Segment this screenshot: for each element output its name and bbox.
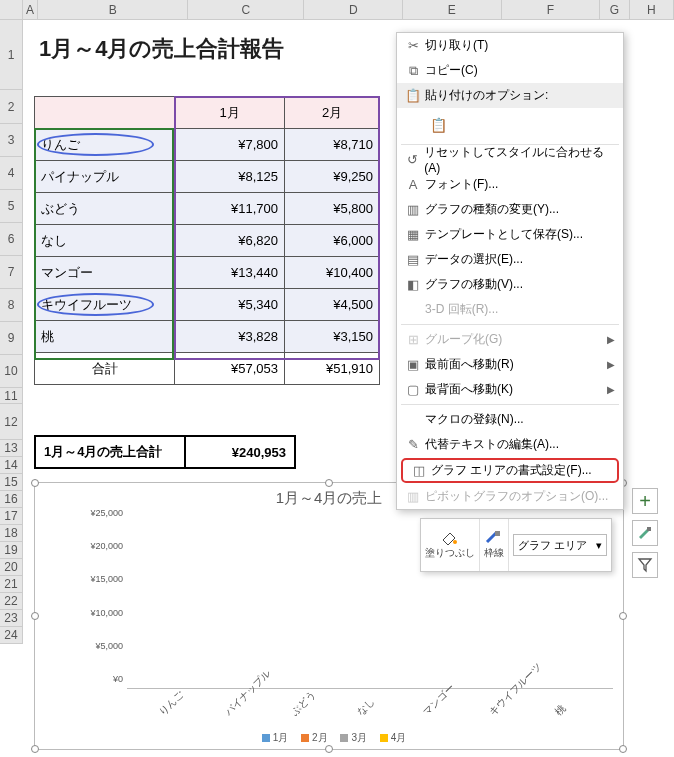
chart-styles-button[interactable] [632,520,658,546]
product-cell[interactable]: パイナップル [35,161,175,193]
product-cell[interactable]: 桃 [35,321,175,353]
col-C[interactable]: C [188,0,304,19]
row-14[interactable]: 14 [0,457,23,474]
resize-handle[interactable] [31,745,39,753]
row-1[interactable]: 1 [0,20,23,90]
legend-item[interactable]: 4月 [370,732,407,743]
value-cell[interactable]: ¥11,700 [175,193,285,225]
col-B[interactable]: B [38,0,188,19]
value-cell[interactable]: ¥3,828 [175,321,285,353]
row-10[interactable]: 10 [0,355,23,388]
menu-alt-text[interactable]: ✎代替テキストの編集(A)... [397,432,623,457]
chart-mini-toolbar[interactable]: 塗りつぶし 枠線 グラフ エリア ▾ [420,518,612,572]
corner-cell[interactable] [35,97,175,129]
month-header[interactable]: 1月 [175,97,285,129]
row-24[interactable]: 24 [0,627,23,644]
resize-handle[interactable] [325,479,333,487]
row-15[interactable]: 15 [0,474,23,491]
menu-select-data[interactable]: ▤データの選択(E)... [397,247,623,272]
legend-item[interactable]: 3月 [330,732,367,743]
row-11[interactable]: 11 [0,388,23,404]
value-cell[interactable]: ¥13,440 [175,257,285,289]
menu-font[interactable]: Aフォント(F)... [397,172,623,197]
resize-handle[interactable] [619,612,627,620]
col-F[interactable]: F [502,0,601,19]
row-20[interactable]: 20 [0,559,23,576]
menu-change-chart-type[interactable]: ▥グラフの種類の変更(Y)... [397,197,623,222]
row-9[interactable]: 9 [0,322,23,355]
menu-copy[interactable]: ⧉コピー(C) [397,58,623,83]
product-cell[interactable]: キウイフルーツ [35,289,175,321]
outline-button[interactable]: 枠線 [480,519,509,571]
menu-bring-front[interactable]: ▣最前面へ移動(R)▶ [397,352,623,377]
chart-element-combo[interactable]: グラフ エリア ▾ [513,534,607,556]
alt-text-icon: ✎ [401,437,425,452]
row-3[interactable]: 3 [0,124,23,157]
product-cell[interactable]: マンゴー [35,257,175,289]
col-H[interactable]: H [630,0,674,19]
legend-item[interactable]: 1月 [252,732,289,743]
row-4[interactable]: 4 [0,157,23,190]
row-16[interactable]: 16 [0,491,23,508]
value-cell[interactable]: ¥8,710 [285,129,380,161]
row-8[interactable]: 8 [0,289,23,322]
row-7[interactable]: 7 [0,256,23,289]
select-all[interactable] [0,0,23,19]
value-cell[interactable]: ¥5,340 [175,289,285,321]
row-12[interactable]: 12 [0,404,23,440]
value-cell[interactable]: ¥3,150 [285,321,380,353]
menu-format-chart-area[interactable]: ◫グラフ エリアの書式設定(F)... [401,458,619,483]
value-cell[interactable]: ¥6,820 [175,225,285,257]
resize-handle[interactable] [325,745,333,753]
row-21[interactable]: 21 [0,576,23,593]
value-cell[interactable]: ¥5,800 [285,193,380,225]
resize-handle[interactable] [31,612,39,620]
col-A[interactable]: A [23,0,39,19]
row-23[interactable]: 23 [0,610,23,627]
month-header[interactable]: 2月 [285,97,380,129]
row-6[interactable]: 6 [0,223,23,256]
row-22[interactable]: 22 [0,593,23,610]
row-17[interactable]: 17 [0,508,23,525]
category-label: ぶどう [288,688,319,719]
product-cell[interactable]: りんご [35,129,175,161]
menu-send-back[interactable]: ▢最背面へ移動(K)▶ [397,377,623,402]
value-cell[interactable]: ¥9,250 [285,161,380,193]
menu-reset[interactable]: ↺リセットしてスタイルに合わせる(A) [397,147,623,172]
total-cell[interactable]: ¥57,053 [175,353,285,385]
menu-paste-header: 📋貼り付けのオプション: [397,83,623,108]
paste-option-button[interactable]: 📋 [425,112,451,138]
row-19[interactable]: 19 [0,542,23,559]
col-G[interactable]: G [600,0,630,19]
row-5[interactable]: 5 [0,190,23,223]
row-2[interactable]: 2 [0,90,23,124]
col-E[interactable]: E [403,0,502,19]
value-cell[interactable]: ¥7,800 [175,129,285,161]
fill-icon [440,530,460,546]
total-label[interactable]: 合計 [35,353,175,385]
value-cell[interactable]: ¥4,500 [285,289,380,321]
context-menu[interactable]: ✂切り取り(T) ⧉コピー(C) 📋貼り付けのオプション: 📋 ↺リセットしてス… [396,32,624,510]
summary-value[interactable]: ¥240,953 [185,436,295,468]
summary-label[interactable]: 1月～4月の売上合計 [35,436,185,468]
menu-assign-macro[interactable]: マクロの登録(N)... [397,407,623,432]
product-cell[interactable]: ぶどう [35,193,175,225]
resize-handle[interactable] [31,479,39,487]
chart-filter-button[interactable] [632,552,658,578]
value-cell[interactable]: ¥6,000 [285,225,380,257]
value-cell[interactable]: ¥8,125 [175,161,285,193]
legend-item[interactable]: 2月 [291,732,328,743]
chart-legend[interactable]: 1月 2月 3月 4月 [35,731,623,745]
value-cell[interactable]: ¥10,400 [285,257,380,289]
fill-button[interactable]: 塗りつぶし [421,519,480,571]
col-D[interactable]: D [304,0,403,19]
resize-handle[interactable] [619,745,627,753]
row-13[interactable]: 13 [0,440,23,457]
menu-save-template[interactable]: ▦テンプレートとして保存(S)... [397,222,623,247]
row-18[interactable]: 18 [0,525,23,542]
product-cell[interactable]: なし [35,225,175,257]
chart-elements-button[interactable]: + [632,488,658,514]
menu-move-chart[interactable]: ◧グラフの移動(V)... [397,272,623,297]
menu-cut[interactable]: ✂切り取り(T) [397,33,623,58]
total-cell[interactable]: ¥51,910 [285,353,380,385]
